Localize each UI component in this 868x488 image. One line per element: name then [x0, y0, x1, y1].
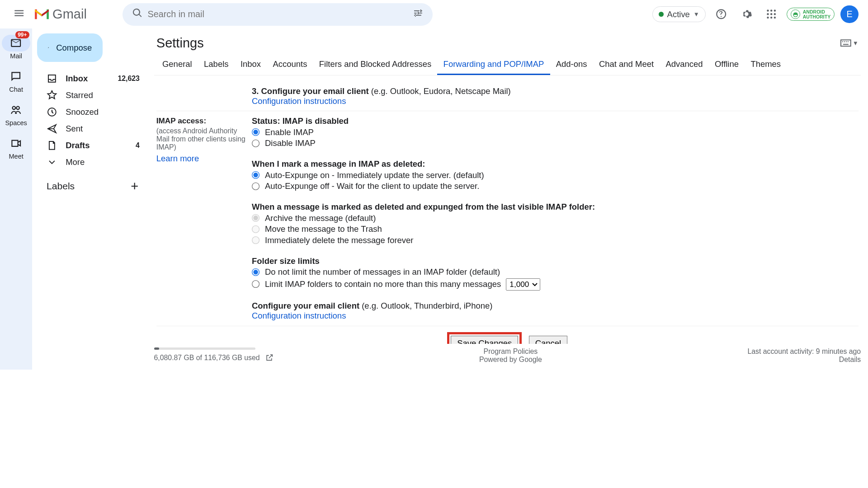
account-avatar[interactable]: E [840, 5, 859, 23]
tab-general[interactable]: General [156, 54, 198, 75]
svg-point-2 [774, 10, 776, 12]
nolimit-option[interactable]: Do not limit the number of messages in a… [252, 267, 859, 277]
svg-point-3 [767, 13, 769, 15]
nav-sent[interactable]: Sent [37, 121, 147, 137]
settings-button[interactable] [737, 5, 756, 24]
send-icon [47, 123, 57, 134]
header: Gmail Active ▼ ◓ ANDROIDAUTHORITY E [0, 0, 868, 28]
tab-themes[interactable]: Themes [745, 54, 787, 75]
search-icon[interactable] [127, 3, 148, 26]
expunge-off-option[interactable]: Auto-Expunge off - Wait for the client t… [252, 181, 859, 191]
cancel-button[interactable]: Cancel [529, 336, 568, 344]
compose-button[interactable]: Compose [37, 33, 103, 62]
tab-accounts[interactable]: Accounts [267, 54, 313, 75]
tab-addons[interactable]: Add-ons [550, 54, 593, 75]
search-bar[interactable] [123, 3, 433, 26]
tab-filters[interactable]: Filters and Blocked Addresses [313, 54, 438, 75]
tab-labels[interactable]: Labels [198, 54, 235, 75]
app-rail: 99+ Mail Chat Spaces Meet [0, 28, 32, 370]
policies-link[interactable]: Program Policies [484, 347, 538, 355]
rail-item-meet[interactable]: Meet [2, 135, 30, 160]
rail-item-mail[interactable]: 99+ Mail [2, 35, 30, 60]
trash-option[interactable]: Move the message to the Trash [252, 224, 859, 234]
disable-imap-option[interactable]: Disable IMAP [252, 138, 859, 148]
pop-config-link[interactable]: Configuration instructions [252, 96, 346, 106]
sidebar: Compose Inbox 12,623 Starred Snoozed Sen… [32, 28, 146, 370]
save-highlight: Save Changes [447, 332, 522, 344]
nav-drafts[interactable]: Drafts 4 [37, 137, 147, 154]
tab-forwarding[interactable]: Forwarding and POP/IMAP [437, 54, 550, 75]
svg-point-0 [767, 10, 769, 12]
expunge-on-option[interactable]: Auto-Expunge on - Immediately update the… [252, 170, 859, 180]
nav-list: Inbox 12,623 Starred Snoozed Sent Drafts… [37, 70, 147, 171]
imap-config-label: Configure your email client [252, 301, 359, 310]
powered-by: Powered by Google [479, 356, 542, 363]
enable-imap-option[interactable]: Enable IMAP [252, 127, 859, 137]
delete-option[interactable]: Immediately delete the message forever [252, 235, 859, 245]
apps-button[interactable] [762, 5, 781, 24]
apps-grid-icon [765, 8, 777, 20]
open-external-icon[interactable] [265, 353, 274, 363]
nav-snoozed[interactable]: Snoozed [37, 104, 147, 121]
tab-chat-meet[interactable]: Chat and Meet [593, 54, 660, 75]
tab-offline[interactable]: Offline [709, 54, 745, 75]
svg-point-9 [13, 106, 16, 109]
imap-config-link[interactable]: Configuration instructions [252, 311, 346, 320]
imap-status: Status: IMAP is disabled [252, 116, 859, 126]
status-label: Active [667, 9, 690, 19]
save-button[interactable]: Save Changes [451, 336, 519, 344]
svg-point-10 [17, 106, 20, 109]
limit-select[interactable]: 1,000 [506, 278, 540, 291]
main-pane: Settings ▼ General Labels Inbox Accounts… [147, 28, 868, 370]
support-button[interactable] [712, 5, 731, 24]
header-right: Active ▼ ◓ ANDROIDAUTHORITY E [652, 5, 861, 24]
clock-icon [47, 107, 57, 117]
settings-content: 3. Configure your email client (e.g. Out… [154, 75, 861, 344]
storage-bar [154, 347, 255, 350]
svg-point-4 [770, 13, 772, 15]
search-options-icon[interactable] [408, 3, 428, 26]
chevron-down-icon: ▼ [853, 40, 859, 47]
tab-advanced[interactable]: Advanced [660, 54, 709, 75]
gmail-logo[interactable]: Gmail [33, 7, 87, 22]
nav-more[interactable]: More [37, 154, 147, 170]
star-icon [47, 90, 57, 101]
svg-rect-12 [841, 40, 851, 47]
add-label-button[interactable]: + [131, 179, 138, 194]
rail-item-spaces[interactable]: Spaces [2, 102, 30, 127]
svg-rect-17 [843, 44, 849, 45]
imap-learn-more[interactable]: Learn more [156, 154, 199, 164]
input-tools-toggle[interactable]: ▼ [840, 39, 858, 47]
status-chip[interactable]: Active ▼ [652, 6, 706, 22]
pop-config-row: 3. Configure your email client (e.g. Out… [156, 81, 859, 111]
settings-tabs: General Labels Inbox Accounts Filters an… [154, 54, 861, 75]
imap-label: IMAP access: [156, 116, 206, 125]
svg-rect-15 [846, 42, 847, 42]
main-menu-button[interactable] [7, 1, 31, 28]
org-badge[interactable]: ◓ ANDROIDAUTHORITY [787, 8, 835, 20]
status-dot-icon [659, 12, 664, 17]
limit-option[interactable]: Limit IMAP folders to contain no more th… [252, 278, 859, 291]
pop-step-hint: (e.g. Outlook, Eudora, Netscape Mail) [371, 86, 511, 96]
details-link[interactable]: Details [839, 356, 861, 363]
gmail-logo-text: Gmail [52, 7, 87, 22]
inbox-icon [47, 73, 57, 84]
storage-text: 6,080.87 GB of 116,736 GB used [154, 354, 260, 362]
mail-icon [10, 37, 22, 49]
folder-header: Folder size limits [252, 256, 859, 266]
nav-starred[interactable]: Starred [37, 87, 147, 104]
draft-icon [47, 140, 57, 151]
hamburger-icon [13, 7, 25, 19]
nav-inbox[interactable]: Inbox 12,623 [37, 70, 147, 87]
footer: 6,080.87 GB of 116,736 GB used Program P… [147, 344, 868, 370]
deleted-header: When I mark a message in IMAP as deleted… [252, 159, 859, 169]
gmail-logo-icon [33, 8, 50, 21]
imap-row: IMAP access: (access Android Authority M… [156, 111, 859, 326]
imap-config-hint: (e.g. Outlook, Thunderbird, iPhone) [362, 301, 492, 310]
search-input[interactable] [147, 9, 408, 19]
svg-rect-16 [848, 42, 849, 42]
chat-icon [10, 70, 22, 82]
archive-option[interactable]: Archive the message (default) [252, 213, 859, 223]
rail-item-chat[interactable]: Chat [2, 68, 30, 94]
tab-inbox[interactable]: Inbox [235, 54, 267, 75]
